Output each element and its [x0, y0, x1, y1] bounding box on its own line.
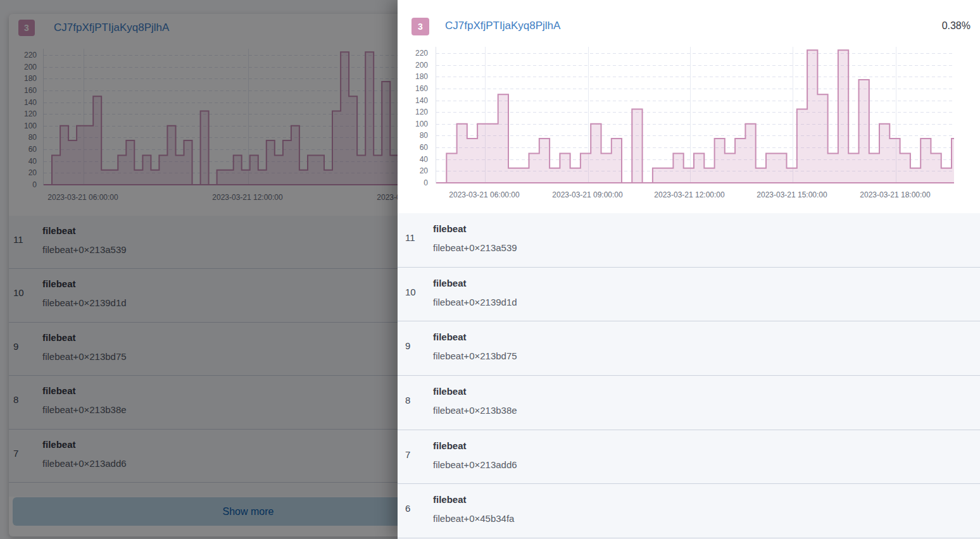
y-axis-tick-label: 100: [403, 119, 428, 129]
x-axis-tick-label: 2023-03-21 06:00:00: [437, 190, 532, 200]
frame-function: filebeat: [433, 331, 467, 343]
frame-rank: 6: [405, 504, 410, 514]
y-axis-tick-label: 200: [403, 60, 428, 70]
y-axis-tick-label: 60: [403, 142, 428, 152]
frame-address: filebeat+0×213add6: [433, 459, 517, 471]
y-axis-tick-label: 160: [403, 84, 428, 94]
frame-function: filebeat: [433, 386, 467, 397]
frame-row[interactable]: 7 filebeat filebeat+0×213add6: [398, 430, 980, 485]
frame-function: filebeat: [433, 494, 467, 505]
rank-badge: 3: [411, 18, 429, 35]
frame-list: 11 filebeat filebeat+0×213a539 10 filebe…: [398, 213, 980, 539]
x-axis-labels: 2023-03-21 06:00:002023-03-21 09:00:0020…: [436, 190, 961, 201]
y-axis-tick-label: 180: [403, 71, 428, 82]
trace-title-link[interactable]: CJ7fpXfjPTIjaKyq8PjlhA: [445, 20, 560, 32]
y-axis-tick-label: 20: [403, 166, 428, 176]
trace-flyout: 3 CJ7fpXfjPTIjaKyq8PjlhA 0.38% 020406080…: [398, 0, 980, 539]
y-axis-tick-label: 140: [403, 96, 428, 106]
x-axis-tick-label: 2023-03-21 18:00:00: [848, 190, 943, 200]
x-axis-tick-label: 2023-03-21 12:00:00: [642, 190, 737, 200]
y-axis-tick-label: 0: [403, 178, 428, 188]
frame-rank: 10: [405, 287, 416, 297]
frame-row[interactable]: 11 filebeat filebeat+0×213a539: [398, 213, 980, 268]
frame-rank: 11: [405, 233, 415, 243]
trace-percentage: 0.38%: [942, 20, 971, 32]
frame-address: filebeat+0×2139d1d: [433, 297, 517, 308]
x-axis-tick-label: 2023-03-21 15:00:00: [744, 190, 839, 200]
frame-row[interactable]: 6 filebeat filebeat+0×45b34fa: [398, 484, 980, 538]
frame-row[interactable]: 10 filebeat filebeat+0×2139d1d: [398, 268, 980, 322]
frame-address: filebeat+0×213b38e: [433, 405, 517, 416]
frame-address: filebeat+0×213bd75: [433, 350, 517, 362]
frame-address: filebeat+0×45b34fa: [433, 513, 514, 524]
frame-row[interactable]: 8 filebeat filebeat+0×213b38e: [398, 376, 980, 430]
frame-rank: 8: [405, 395, 410, 406]
samples-over-time-chart: [436, 47, 954, 183]
frame-function: filebeat: [433, 278, 467, 289]
x-axis-tick-label: 2023-03-21 09:00:00: [540, 190, 635, 200]
y-axis-tick-label: 120: [403, 107, 428, 117]
frame-rank: 9: [405, 341, 410, 351]
frame-rank: 7: [405, 450, 410, 460]
y-axis-tick-label: 80: [403, 130, 428, 140]
y-axis-labels: 020406080100120140160180200220: [403, 47, 428, 183]
samples-area-series: [436, 50, 954, 183]
frame-address: filebeat+0×213a539: [433, 242, 517, 254]
frame-function: filebeat: [433, 440, 467, 452]
frame-row[interactable]: 9 filebeat filebeat+0×213bd75: [398, 321, 980, 376]
y-axis-tick-label: 40: [403, 154, 428, 164]
y-axis-tick-label: 220: [403, 48, 428, 58]
frame-function: filebeat: [433, 223, 467, 235]
